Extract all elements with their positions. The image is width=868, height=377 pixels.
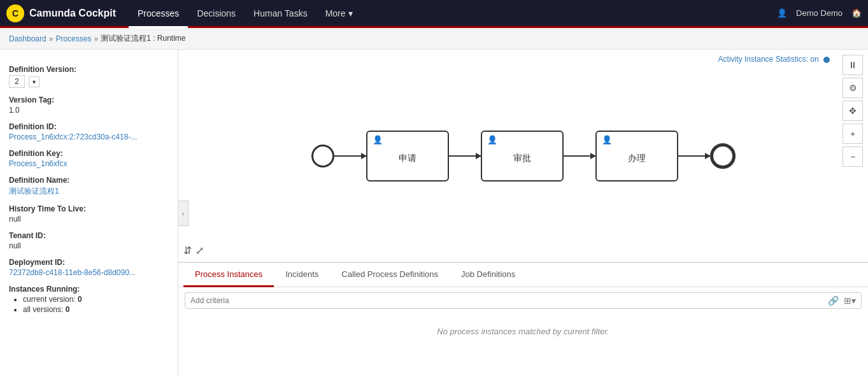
nav-decisions[interactable]: Decisions (188, 0, 245, 28)
sidebar: Definition Version: 2 ▾ Version Tag: 1.0… (0, 50, 178, 377)
task-apply-user-icon: 👤 (373, 135, 383, 145)
save-icon: ⊞▾ (844, 295, 856, 306)
content-area: ‹ Activity Instance Statistics: on ⏸ ⚙ ✥ (178, 50, 868, 377)
collapse-icon: ‹ (182, 210, 184, 217)
settings-button[interactable]: ⚙ (843, 78, 863, 98)
pause-button[interactable]: ⏸ (843, 55, 863, 75)
bpmn-diagram: 👤 申请 👤 审批 👤 办理 (178, 50, 868, 262)
tab-job-definitions[interactable]: Job Definitions (450, 263, 527, 287)
zoom-out-icon: − (850, 152, 855, 162)
brand-name: Camunda Cockpit (29, 8, 116, 19)
move-icon: ✥ (849, 106, 857, 116)
def-key-value[interactable]: Process_1n6xfcx (9, 159, 169, 168)
instances-current-label: current version: (23, 295, 76, 304)
instances-current-value: 0 (78, 295, 82, 304)
nav-human-tasks[interactable]: Human Tasks (245, 0, 317, 28)
instances-current-item: current version: 0 (23, 295, 169, 304)
instances-all-item: all versions: 0 (23, 305, 169, 314)
diagram-expand-btn[interactable]: ⇵ (183, 245, 192, 257)
activity-stats-dot (823, 57, 830, 63)
user-name-link[interactable]: Demo Demo (796, 8, 843, 18)
bpmn-task-approve[interactable]: 👤 审批 (481, 131, 564, 181)
def-name-label: Definition Name: (9, 176, 169, 185)
task-handle-label: 办理 (628, 153, 646, 164)
link-icon: 🔗 (828, 295, 839, 306)
empty-state: No process instances matched by current … (178, 314, 868, 349)
filter-save-btn[interactable]: ⊞▾ (844, 295, 856, 306)
task-approve-user-icon: 👤 (487, 135, 497, 145)
main-layout: Definition Version: 2 ▾ Version Tag: 1.0… (0, 50, 868, 377)
def-id-value[interactable]: Process_1n6xfcx:2:723cd30a-c418-... (9, 132, 169, 141)
bpmn-arrow-3 (564, 155, 595, 157)
deployment-id-label: Deployment ID: (9, 258, 169, 267)
breadcrumb-sep-2: » (94, 34, 98, 43)
tab-process-instances[interactable]: Process Instances (183, 263, 274, 287)
tab-called-process-definitions[interactable]: Called Process Definitions (330, 263, 450, 287)
version-tag-label: Version Tag: (9, 96, 169, 104)
task-apply-label: 申请 (399, 153, 416, 164)
def-id-label: Definition ID: (9, 122, 169, 131)
expand-arrows-icon: ⇵ (183, 245, 192, 256)
task-approve-label: 审批 (513, 153, 531, 164)
instances-list: current version: 0 all versions: 0 (9, 295, 169, 314)
fullscreen-icon: ⤢ (196, 245, 204, 256)
gear-icon: ⚙ (849, 83, 857, 93)
bpmn-arrow-1 (334, 155, 366, 157)
filter-link-btn[interactable]: 🔗 (828, 295, 839, 306)
brand-icon: C (6, 4, 24, 22)
bpmn-arrow-4 (678, 155, 710, 157)
activity-stats-label: Activity Instance Statistics: on (718, 55, 819, 64)
bpmn-flow: 👤 申请 👤 审批 👤 办理 (311, 131, 736, 181)
nav-items: Processes Decisions Human Tasks More ▾ (129, 0, 777, 26)
task-handle-user-icon: 👤 (602, 135, 612, 145)
nav-more[interactable]: More ▾ (317, 0, 362, 28)
tabs-section: Process Instances Incidents Called Proce… (178, 262, 868, 377)
breadcrumb-dashboard[interactable]: Dashboard (9, 34, 46, 43)
tenant-id-value: null (9, 241, 169, 250)
bpmn-task-apply[interactable]: 👤 申请 (366, 131, 449, 181)
breadcrumb-current: 测试验证流程1 : Runtime (101, 33, 185, 44)
version-select[interactable]: 2 (9, 75, 25, 88)
nav-right: 👤 Demo Demo 🏠 (777, 8, 862, 18)
diagram-area[interactable]: Activity Instance Statistics: on ⏸ ⚙ ✥ + (178, 50, 868, 262)
bpmn-arrow-2 (449, 155, 481, 157)
version-caret-btn[interactable]: ▾ (29, 76, 39, 87)
filter-input[interactable] (190, 296, 828, 305)
brand-link[interactable]: C Camunda Cockpit (6, 4, 116, 22)
filter-icons: 🔗 ⊞▾ (828, 295, 856, 306)
tenant-id-label: Tenant ID: (9, 231, 169, 240)
move-button[interactable]: ✥ (843, 101, 863, 121)
diagram-bottom-controls: ⇵ ⤢ (183, 245, 204, 257)
bpmn-end-event[interactable] (710, 143, 736, 169)
instances-running-label: Instances Running: (9, 285, 169, 294)
instances-all-value: 0 (66, 305, 70, 314)
bpmn-start-event[interactable] (311, 145, 334, 167)
zoom-in-button[interactable]: + (843, 124, 863, 144)
home-link[interactable]: 🏠 (851, 8, 862, 18)
empty-state-message: No process instances matched by current … (437, 327, 609, 336)
navbar: C Camunda Cockpit Processes Decisions Hu… (0, 0, 868, 28)
sidebar-collapse-btn[interactable]: ‹ (178, 201, 189, 226)
nav-processes[interactable]: Processes (129, 0, 188, 28)
deployment-id-value[interactable]: 72372db8-c418-11eb-8e56-d8d090... (9, 268, 169, 277)
def-key-label: Definition Key: (9, 149, 169, 158)
version-row: 2 ▾ (9, 75, 169, 88)
instances-all-label: all versions: (23, 305, 63, 314)
filter-bar: 🔗 ⊞▾ (185, 292, 862, 309)
diagram-toolbar: ⏸ ⚙ ✥ + − (843, 55, 863, 167)
tab-incidents[interactable]: Incidents (274, 263, 330, 287)
more-caret-icon: ▾ (348, 8, 353, 18)
zoom-out-button[interactable]: − (843, 146, 863, 167)
breadcrumb-sep-1: » (49, 34, 53, 43)
def-name-value[interactable]: 测试验证流程1 (9, 186, 169, 197)
diagram-fullscreen-btn[interactable]: ⤢ (196, 245, 204, 257)
user-icon: 👤 (777, 8, 787, 18)
bpmn-task-handle[interactable]: 👤 办理 (595, 131, 678, 181)
zoom-in-icon: + (850, 129, 855, 139)
history-time-label: History Time To Live: (9, 204, 169, 213)
version-tag-value: 1.0 (9, 106, 169, 115)
pause-icon: ⏸ (848, 60, 857, 70)
activity-stats-bar[interactable]: Activity Instance Statistics: on (718, 55, 830, 64)
history-time-value: null (9, 215, 169, 224)
breadcrumb-processes[interactable]: Processes (55, 34, 91, 43)
